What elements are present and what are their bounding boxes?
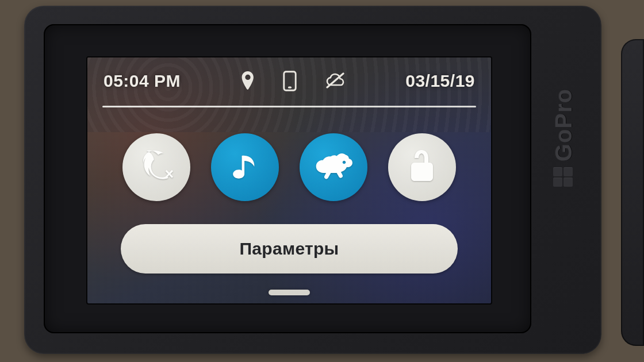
beeps-toggle[interactable]: [211, 133, 279, 201]
unlock-icon: [407, 149, 438, 186]
clock-time: 05:04 PM: [103, 71, 181, 91]
status-icons: [181, 71, 405, 91]
status-date: 03/15/19: [405, 71, 475, 91]
screen-lock-toggle[interactable]: [388, 133, 456, 201]
status-divider: [102, 106, 476, 107]
music-note-icon: [228, 149, 262, 185]
gps-icon: [240, 71, 256, 91]
preferences-button[interactable]: Параметры: [121, 224, 458, 274]
phone-icon: [282, 71, 297, 91]
drag-handle[interactable]: [269, 290, 310, 295]
status-bar: 05:04 PM 03/15/19: [87, 66, 491, 97]
voice-control-toggle[interactable]: ×: [122, 133, 190, 201]
cloud-off-icon: [324, 72, 347, 90]
adjacent-device-edge: [621, 39, 644, 346]
touchscreen[interactable]: 05:04 PM 03/15/19: [86, 56, 492, 305]
rabbit-icon: [312, 151, 355, 183]
preferences-label: Параметры: [239, 239, 339, 259]
brand-squares: [553, 167, 574, 187]
svg-text:×: ×: [164, 165, 174, 183]
quikcapture-toggle[interactable]: [300, 133, 367, 201]
svg-rect-1: [288, 87, 292, 88]
brand-area: GoPro: [549, 88, 578, 238]
voice-mute-icon: ×: [137, 147, 175, 187]
quick-toggle-row: ×: [87, 133, 491, 201]
screen-bezel: 05:04 PM 03/15/19: [44, 24, 531, 333]
brand-wordmark: GoPro: [551, 88, 577, 161]
camera-body: GoPro 05:04 PM: [24, 6, 601, 354]
